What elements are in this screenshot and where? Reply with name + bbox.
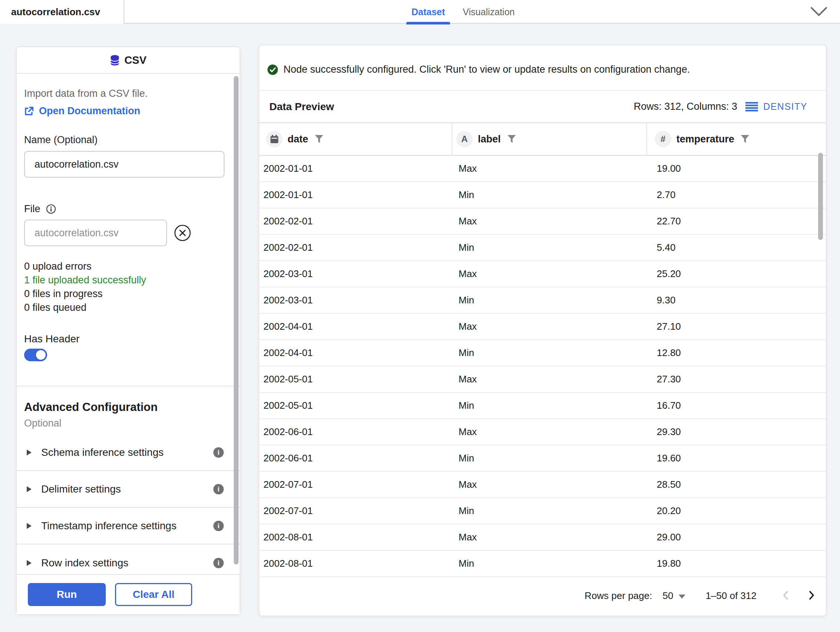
tab-visualization[interactable]: Visualization (458, 0, 520, 24)
info-icon[interactable]: i (213, 558, 224, 568)
column-header-date: date (259, 123, 452, 155)
data-preview-title: Data Preview (269, 101, 334, 113)
table-row: 2002-03-01Min9.30 (259, 287, 826, 314)
toggle-knob (36, 350, 46, 360)
cell-label: Max (452, 479, 647, 490)
cell-temperature: 27.10 (647, 321, 826, 332)
advanced-settings-accordion: Schema inference settings i Delimiter se… (17, 434, 240, 574)
file-input[interactable]: autocorrelation.csv (24, 219, 167, 246)
table-row: 2002-04-01Max27.10 (259, 314, 826, 340)
upload-status-list: 0 upload errors 1 file uploaded successf… (24, 260, 223, 315)
cell-label: Max (452, 426, 647, 438)
caret-right-icon (27, 449, 32, 455)
cell-date: 2002-02-01 (259, 242, 452, 253)
upload-success-status: 1 file uploaded successfully (24, 273, 223, 287)
csv-panel-title: CSV (124, 54, 147, 66)
cell-label: Min (452, 558, 647, 569)
cell-temperature: 9.30 (647, 295, 826, 306)
table-row: 2002-03-01Max25.20 (259, 261, 826, 287)
rows-per-page-value[interactable]: 50 (663, 590, 673, 602)
cell-temperature: 19.00 (647, 163, 826, 174)
cell-date: 2002-05-01 (259, 400, 452, 411)
file-field-label: File (24, 203, 40, 215)
cell-date: 2002-08-01 (259, 531, 452, 543)
clear-all-button[interactable]: Clear All (115, 583, 192, 606)
panel-scrollbar[interactable] (234, 76, 238, 564)
next-page-button[interactable] (809, 591, 815, 601)
cell-temperature: 22.70 (647, 216, 826, 227)
cell-date: 2002-04-01 (259, 347, 452, 359)
table-row: 2002-01-01Min2.70 (259, 182, 826, 208)
cell-temperature: 5.40 (647, 242, 826, 253)
filter-icon[interactable] (314, 134, 324, 144)
advanced-configuration-subtitle: Optional (24, 418, 223, 430)
info-icon[interactable]: i (213, 447, 224, 458)
cell-label: Max (452, 268, 647, 280)
upload-queued-status: 0 files queued (24, 301, 223, 315)
table-row: 2002-02-01Max22.70 (259, 208, 826, 235)
cell-date: 2002-05-01 (259, 374, 452, 385)
cell-temperature: 28.50 (647, 479, 826, 490)
external-link-icon (24, 106, 34, 116)
csv-panel-body: Import data from a CSV file. Open Docume… (17, 74, 240, 574)
rows-columns-summary: Rows: 312, Columns: 3 (634, 101, 737, 112)
success-check-icon (267, 64, 278, 75)
cell-temperature: 19.80 (647, 558, 826, 569)
table-pagination: Rows per page: 50 1–50 of 312 (259, 577, 826, 614)
cell-date: 2002-03-01 (259, 268, 452, 280)
csv-node-panel: CSV Import data from a CSV file. Open Do… (16, 46, 240, 615)
cell-label: Max (452, 216, 647, 227)
info-icon[interactable]: i (213, 484, 224, 494)
cell-temperature: 2.70 (647, 189, 826, 201)
density-button[interactable]: DENSITY (745, 101, 807, 112)
table-row: 2002-07-01Min20.20 (259, 498, 826, 525)
tab-dataset[interactable]: Dataset (406, 0, 450, 24)
number-type-badge: # (655, 131, 671, 147)
collapse-chevron-down-icon[interactable] (810, 7, 827, 17)
table-row: 2002-07-01Max28.50 (259, 472, 826, 498)
info-icon[interactable]: i (213, 521, 224, 531)
accordion-item-row-index[interactable]: Row index settings i (17, 544, 240, 574)
filter-icon[interactable] (507, 134, 516, 144)
previous-page-button[interactable] (783, 591, 788, 601)
run-button[interactable]: Run (28, 583, 106, 606)
has-header-toggle[interactable] (24, 348, 47, 361)
table-row: 2002-08-01Min19.80 (259, 551, 826, 577)
cell-date: 2002-01-01 (259, 163, 452, 174)
table-row: 2002-08-01Max29.00 (259, 525, 826, 551)
calendar-icon (270, 135, 279, 143)
cell-temperature: 19.60 (647, 452, 826, 464)
cell-label: Min (452, 189, 647, 201)
accordion-item-schema-inference[interactable]: Schema inference settings i (17, 434, 240, 471)
cell-temperature: 29.30 (647, 426, 826, 438)
file-tab[interactable]: autocorrelation.csv (0, 0, 124, 24)
info-outline-icon[interactable] (46, 204, 56, 214)
table-body: 2002-01-01Max19.002002-01-01Min2.702002-… (259, 156, 826, 577)
filter-icon[interactable] (740, 134, 750, 144)
cell-date: 2002-08-01 (259, 558, 452, 569)
table-row: 2002-01-01Max19.00 (259, 156, 826, 182)
accordion-item-timestamp-inference[interactable]: Timestamp inference settings i (17, 508, 240, 544)
data-preview-header: Data Preview Rows: 312, Columns: 3 DENSI… (259, 91, 826, 122)
cell-label: Max (452, 321, 647, 332)
caret-right-icon (27, 486, 32, 492)
remove-file-button[interactable] (174, 224, 191, 241)
cell-date: 2002-03-01 (259, 295, 452, 306)
active-tab-underline (406, 22, 450, 24)
cell-label: Max (452, 374, 647, 385)
database-icon (110, 55, 120, 66)
cell-temperature: 12.80 (647, 347, 826, 359)
name-input[interactable]: autocorrelation.csv (24, 151, 224, 178)
chevron-right-icon (809, 591, 815, 600)
cell-temperature: 29.00 (647, 531, 826, 543)
open-documentation-link[interactable]: Open Documentation (24, 105, 223, 117)
rows-per-page-dropdown-icon[interactable] (679, 594, 685, 599)
cell-temperature: 16.70 (647, 400, 826, 411)
accordion-item-delimiter[interactable]: Delimiter settings i (17, 471, 240, 508)
section-divider (17, 386, 240, 386)
density-icon (745, 102, 758, 112)
table-scrollbar[interactable] (818, 153, 823, 240)
string-type-badge: A (456, 131, 473, 147)
node-status-message-row: Node successfully configured. Click 'Run… (259, 45, 826, 75)
table-row: 2002-06-01Max29.30 (259, 419, 826, 446)
